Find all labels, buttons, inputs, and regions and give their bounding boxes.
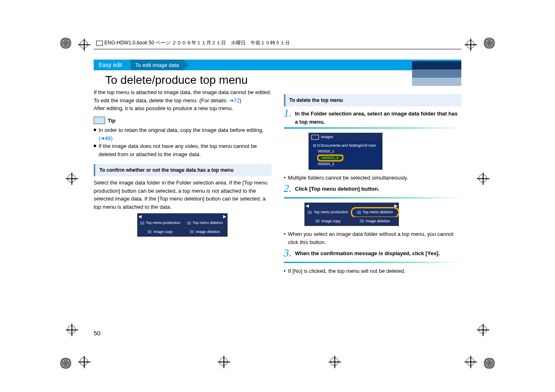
screenshot-buttons: ◀▶ Top menu production Top menu deletion… [137,213,228,237]
cross-mark [329,356,341,368]
cross-mark [78,356,90,368]
gradient-divider [284,197,462,198]
film-icon [96,41,103,46]
doc-header: ENG-HDW1.0.book 50 ページ ２００６年１１月２１日 火曜日 午… [94,37,461,49]
btn-top-menu-deletion: Top menu deletion [182,219,227,228]
step-3: 3. When the confirmation message is disp… [284,249,462,260]
header-text: ENG-HDW1.0.book 50 ページ ２００６年１１月２１日 火曜日 午… [104,39,290,46]
banner: Easy edit To edit image data To delete/p… [94,60,461,88]
banner-subtab: To edit image data [131,60,189,70]
gradient-divider [284,262,462,263]
step-number-2: 2. [284,183,292,194]
left-column: If the top menu is attached to image dat… [94,88,272,277]
right-column: To delete the top menu 1. In the Folder … [284,88,462,277]
tip-bullet-2: If the image data does not have any vide… [94,142,272,158]
crop-mark [58,355,74,371]
link-72[interactable]: ➜72 [229,97,240,104]
intro-paragraph: If the top menu is attached to image dat… [94,88,272,104]
intro-paragraph-2: After editing, it is also possible to pr… [94,104,272,113]
gradient-divider [284,127,462,129]
btn-image-copy: Image copy [138,228,182,237]
note-multiple-folders: Multiple folders cannot be selected simu… [284,174,462,182]
cross-mark [465,356,477,368]
link-48[interactable]: (➜48) [99,135,113,141]
step-number-3: 3. [284,248,292,258]
subhead-delete: To delete the top menu [284,94,462,106]
folder-header-icon [311,135,319,140]
subhead-confirm: To confirm whether or not the image data… [94,164,272,176]
step-number-1: 1. [284,108,292,124]
tip-bullet-1: In order to retain the original data, co… [94,126,272,142]
btn-top-menu-production: Top menu production [305,208,352,217]
btn-image-copy: Image copy [305,217,352,226]
selected-folder: 060920_2 [320,155,341,161]
step-2: 2. Click [Top menu deletion] button. [284,185,462,196]
btn-top-menu-deletion-highlighted: Top menu deletion [352,208,398,217]
step-1: 1. In the Folder selection area, select … [284,110,462,126]
note-click-no: If [No] is clicked, the top menu will no… [284,267,462,275]
cross-mark [66,324,78,336]
decorative-stripes [412,60,461,88]
screenshot-buttons-highlighted: ◀▶ Top menu production Top menu deletion… [304,203,399,226]
page-number: 50 [94,330,101,337]
cross-mark [66,173,78,185]
tip-label: Tip [108,117,115,125]
btn-image-deletion: Image deletion [182,228,227,237]
tip-icon [94,117,105,124]
cross-mark [78,39,90,51]
note-no-top-menu: When you select an image data folder wit… [284,230,462,246]
btn-top-menu-production: Top menu production [138,219,182,228]
screenshot-folder-tree: Images ⊟ D:\Documents and Settings\All U… [309,133,382,170]
page-title: To delete/produce top menu [105,74,461,87]
banner-tab: Easy edit [94,62,131,68]
crop-mark [58,35,74,51]
cross-mark [465,39,477,51]
btn-image-deletion: Image deletion [352,217,398,226]
cross-mark [477,324,489,336]
crop-mark [481,355,497,371]
cross-mark [218,356,230,368]
cross-mark [477,173,489,185]
confirm-paragraph: Select the image data folder in the Fold… [94,179,272,211]
crop-mark [481,35,497,51]
